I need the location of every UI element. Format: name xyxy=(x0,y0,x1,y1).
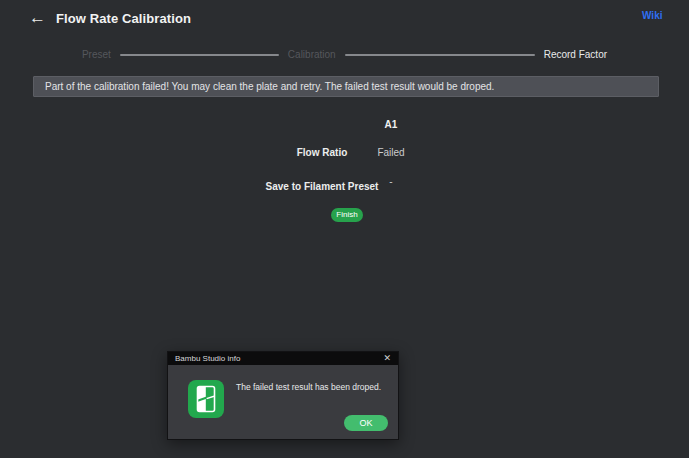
stepper-step-calibration: Calibration xyxy=(288,49,336,60)
result-column-header: A1 xyxy=(347,119,435,130)
wiki-link[interactable]: Wiki xyxy=(642,10,662,21)
stepper-step-preset: Preset xyxy=(82,49,111,60)
header: ← Flow Rate Calibration Wiki xyxy=(0,0,689,38)
page-title: Flow Rate Calibration xyxy=(56,11,191,26)
finish-button[interactable]: Finish xyxy=(331,208,363,222)
flow-rate-calibration-window: ← Flow Rate Calibration Wiki Preset Cali… xyxy=(0,0,689,458)
bambu-studio-logo-icon xyxy=(188,380,224,418)
stepper-step-record-factor: Record Factor xyxy=(544,49,607,60)
dialog-title: Bambu Studio info xyxy=(175,354,240,363)
save-to-filament-preset-value: - xyxy=(347,176,435,187)
stepper-connector-line xyxy=(120,54,279,56)
info-dialog: Bambu Studio info ✕ The failed test resu… xyxy=(167,351,399,440)
flow-ratio-value: Failed xyxy=(347,147,435,158)
dialog-message: The failed test result has been droped. xyxy=(236,382,386,392)
back-arrow-icon[interactable]: ← xyxy=(29,8,46,28)
dialog-titlebar[interactable]: Bambu Studio info ✕ xyxy=(168,352,398,365)
ok-button[interactable]: OK xyxy=(344,415,388,431)
stepper-connector-line xyxy=(345,54,535,56)
close-icon[interactable]: ✕ xyxy=(383,354,391,363)
warning-text: Part of the calibration failed! You may … xyxy=(45,81,494,92)
calibration-stepper: Preset Calibration Record Factor xyxy=(0,47,689,62)
warning-banner: Part of the calibration failed! You may … xyxy=(33,76,659,97)
